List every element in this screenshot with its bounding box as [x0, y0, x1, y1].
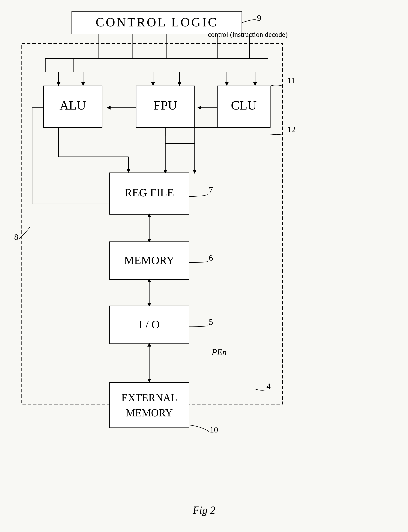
control-logic-label: CONTROL LOGIC — [96, 15, 218, 29]
control-decode-label: control (instruction decode) — [208, 30, 288, 39]
label-11: 11 — [287, 76, 295, 85]
pen-label: PEn — [212, 347, 227, 357]
page: CONTROL LOGIC 9 control (instruction dec… — [0, 0, 408, 532]
svg-rect-0 — [0, 0, 408, 532]
label-7: 7 — [209, 185, 213, 194]
alu-label: ALU — [60, 98, 86, 112]
label-9: 9 — [257, 13, 261, 23]
memory-label: MEMORY — [124, 254, 175, 266]
label-6: 6 — [209, 253, 213, 263]
ext-memory-label-line2: MEMORY — [126, 407, 173, 419]
label-10: 10 — [210, 425, 218, 434]
reg-file-label: REG FILE — [125, 186, 174, 199]
svg-rect-63 — [110, 382, 189, 428]
label-5: 5 — [209, 317, 213, 327]
label-8: 8 — [14, 233, 18, 242]
io-label: I / O — [139, 318, 160, 331]
label-12: 12 — [287, 125, 296, 134]
diagram-svg: CONTROL LOGIC 9 control (instruction dec… — [0, 0, 408, 532]
fpu-label: FPU — [154, 98, 177, 112]
fig-caption: Fig 2 — [193, 504, 215, 516]
clu-label: CLU — [231, 98, 257, 112]
ext-memory-label-line1: EXTERNAL — [121, 392, 177, 404]
label-4: 4 — [266, 382, 271, 391]
